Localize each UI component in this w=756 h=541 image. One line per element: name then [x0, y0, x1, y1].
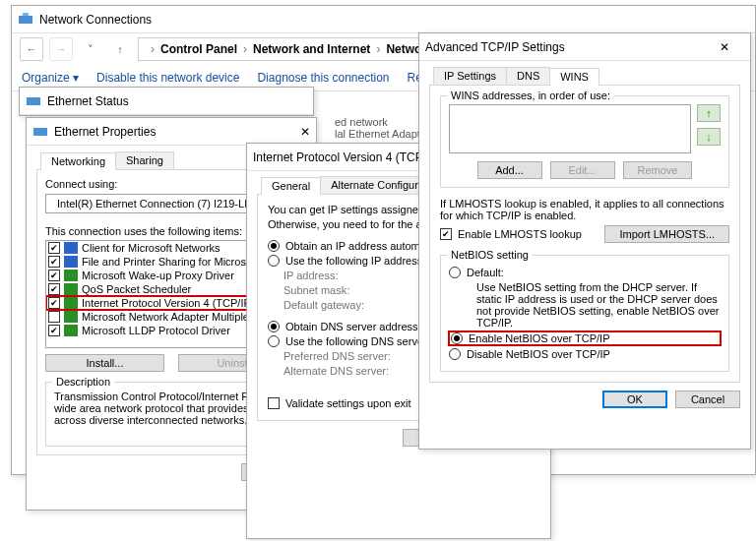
advanced-tcpip-window: Advanced TCP/IP Settings ✕ IP Settings D… — [418, 32, 751, 450]
list-item-label: QoS Packet Scheduler — [82, 283, 191, 295]
ip-address-label: IP address: — [284, 270, 402, 281]
ethernet-status-title: Ethernet Status — [47, 94, 129, 108]
back-button[interactable]: ← — [20, 37, 43, 61]
component-icon — [64, 283, 78, 295]
move-down-button[interactable]: ↓ — [697, 128, 721, 146]
network-icon — [18, 12, 33, 28]
checkbox-icon[interactable]: ✔ — [48, 297, 60, 309]
network-icon — [32, 124, 48, 140]
checkbox-icon — [268, 397, 280, 409]
radio-icon — [268, 335, 280, 347]
remove-button: Remove — [623, 161, 693, 179]
advanced-title: Advanced TCP/IP Settings — [425, 40, 565, 54]
chevron-right-icon: › — [243, 42, 247, 56]
svg-rect-1 — [23, 13, 29, 16]
netbios-default-desc: Use NetBIOS setting from the DHCP server… — [449, 281, 721, 329]
disable-device-button[interactable]: Disable this network device — [96, 71, 239, 85]
wins-list[interactable] — [449, 104, 691, 153]
advanced-tabset: IP Settings DNS WINS — [429, 67, 740, 86]
add-button[interactable]: Add... — [477, 161, 542, 179]
radio-icon — [268, 240, 280, 252]
ethernet-status-window: Ethernet Status — [19, 87, 314, 116]
netbios-disable-radio[interactable]: Disable NetBIOS over TCP/IP — [449, 348, 721, 360]
netbios-default-radio[interactable]: Default: — [449, 267, 721, 278]
chevron-right-icon: › — [376, 42, 380, 56]
lmhosts-description: If LMHOSTS lookup is enabled, it applies… — [440, 198, 729, 221]
explorer-titlebar: Network Connections — [12, 6, 755, 33]
advanced-titlebar: Advanced TCP/IP Settings ✕ — [419, 33, 750, 61]
list-item-label: Microsoft Wake-up Proxy Driver — [82, 270, 234, 281]
diagnose-button[interactable]: Diagnose this connection — [257, 71, 389, 85]
radio-icon — [449, 267, 461, 278]
ethernet-props-title: Ethernet Properties — [54, 125, 156, 139]
close-icon[interactable]: ✕ — [705, 33, 744, 60]
ethernet-status-titlebar: Ethernet Status — [20, 88, 313, 115]
enable-lmhosts-checkbox[interactable]: ✔Enable LMHOSTS lookup — [440, 228, 582, 240]
checkbox-icon[interactable] — [48, 311, 60, 323]
alt-dns-label: Alternate DNS server: — [284, 365, 421, 377]
description-legend: Description — [52, 376, 114, 388]
checkbox-icon[interactable]: ✔ — [48, 242, 60, 254]
history-dropdown[interactable]: ˅ — [79, 37, 102, 61]
radio-icon — [268, 255, 280, 267]
organize-menu[interactable]: Organize ▾ — [22, 71, 79, 85]
explorer-title: Network Connections — [39, 13, 152, 27]
svg-rect-3 — [27, 97, 40, 105]
wins-addresses-label: WINS addresses, in order of use: — [447, 90, 614, 101]
component-icon — [64, 270, 78, 281]
list-item-label: Client for Microsoft Networks — [82, 242, 220, 254]
component-icon — [64, 242, 78, 254]
list-item-label: Internet Protocol Version 4 (TCP/IPv4) — [82, 297, 266, 309]
subnet-label: Subnet mask: — [284, 284, 402, 296]
validate-checkbox[interactable]: Validate settings upon exit — [268, 397, 411, 409]
ethernet-props-titlebar: Ethernet Properties ✕ — [27, 118, 316, 146]
tab-dns[interactable]: DNS — [506, 67, 550, 85]
import-lmhosts-button[interactable]: Import LMHOSTS... — [604, 225, 729, 243]
checkbox-icon[interactable]: ✔ — [48, 283, 60, 295]
cancel-button[interactable]: Cancel — [675, 391, 740, 408]
close-icon[interactable]: ✕ — [300, 125, 310, 139]
checkbox-icon: ✔ — [440, 228, 452, 240]
ok-button[interactable]: OK — [602, 391, 667, 408]
tab-wins[interactable]: WINS — [549, 68, 599, 86]
component-icon — [64, 256, 78, 268]
gateway-label: Default gateway: — [284, 299, 402, 311]
checkbox-icon[interactable]: ✔ — [48, 256, 60, 268]
edit-button: Edit... — [550, 161, 615, 179]
svg-rect-4 — [33, 128, 47, 136]
netbios-enable-radio[interactable]: Enable NetBIOS over TCP/IP — [449, 331, 721, 345]
netbios-legend: NetBIOS setting — [447, 249, 533, 261]
pref-dns-label: Preferred DNS server: — [284, 350, 421, 362]
move-up-button[interactable]: ↑ — [697, 104, 721, 122]
radio-icon — [449, 348, 461, 360]
radio-icon — [268, 321, 280, 332]
tab-ip-settings[interactable]: IP Settings — [433, 67, 507, 85]
forward-button[interactable]: → — [49, 37, 73, 61]
tab-sharing[interactable]: Sharing — [115, 151, 174, 169]
breadcrumb-item[interactable]: Control Panel — [160, 42, 237, 56]
adapter-name: Intel(R) Ethernet Connection (7) I219-LM — [57, 198, 253, 210]
component-icon — [64, 311, 78, 323]
component-icon — [64, 325, 78, 336]
component-icon — [64, 297, 78, 309]
up-button[interactable]: ↑ — [108, 37, 132, 61]
radio-icon — [451, 332, 463, 344]
install-button[interactable]: Install... — [45, 354, 164, 372]
network-icon — [26, 93, 41, 109]
svg-rect-0 — [19, 16, 32, 24]
bg-adapter-text: ed network lal Ethernet Adapter — [335, 116, 430, 140]
tab-networking[interactable]: Networking — [40, 152, 116, 170]
checkbox-icon[interactable]: ✔ — [48, 325, 60, 336]
checkbox-icon[interactable]: ✔ — [48, 270, 60, 281]
list-item-label: Microsoft LLDP Protocol Driver — [82, 325, 230, 336]
tab-general[interactable]: General — [261, 177, 321, 195]
chevron-right-icon: › — [151, 42, 155, 56]
breadcrumb-item[interactable]: Network and Internet — [253, 42, 370, 56]
